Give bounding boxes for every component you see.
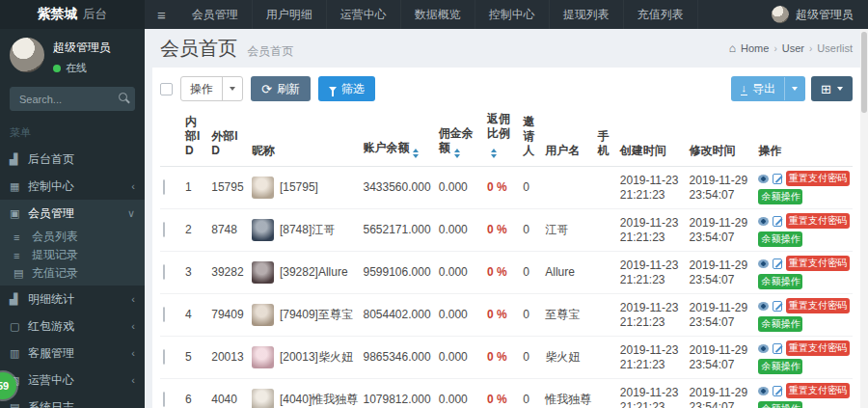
cell-phone — [595, 209, 617, 252]
topnav-item-user-details[interactable]: 用户明细 — [253, 0, 327, 29]
view-icon[interactable] — [758, 302, 769, 311]
col-phone: 手机 — [595, 108, 617, 167]
view-icon[interactable] — [758, 175, 769, 183]
breadcrumb-home[interactable]: Home — [741, 42, 769, 54]
sidebar-toggle-button[interactable]: ≡ — [145, 0, 178, 29]
view-icon[interactable] — [758, 387, 769, 395]
cell-balance: 9865346.000 — [360, 337, 435, 379]
sidebar-item-customer-service[interactable]: ▥ 客服管理 ‹ — [0, 340, 145, 367]
reset-payment-password-button[interactable]: 重置支付密码 — [786, 383, 850, 398]
topnav-item-control-center[interactable]: 控制中心 — [475, 0, 550, 29]
cell-inner-id: 2 — [182, 209, 208, 252]
action-dropdown-button[interactable]: 操作 — [180, 76, 243, 101]
row-checkbox[interactable] — [163, 264, 165, 280]
sidebar-subitem-member-list[interactable]: ≡ 会员列表 — [0, 228, 145, 246]
cell-inner-id: 3 — [182, 252, 208, 294]
sidebar-subitem-recharge-records[interactable]: ▤ 充值记录 — [0, 264, 145, 283]
reset-payment-password-button[interactable]: 重置支付密码 — [786, 340, 850, 356]
topnav-item-recharge-list[interactable]: 充值列表 — [624, 0, 698, 29]
cell-inner-id: 6 — [182, 379, 208, 408]
select-all-checkbox[interactable] — [160, 83, 173, 95]
sidebar-subitem-withdraw-records[interactable]: ≡ 提现记录 — [0, 246, 145, 264]
topnav-user-menu[interactable]: 超级管理员 — [757, 0, 868, 29]
cell-actions: 重置支付密码 余额操作 — [755, 294, 853, 337]
cell-inviter: 0 — [520, 252, 542, 294]
cell-ext-id: 8748 — [208, 209, 249, 252]
edit-icon[interactable] — [773, 343, 782, 354]
submenu-item-icon: ▤ — [14, 267, 32, 280]
sidebar-item-operation-center[interactable]: ▧ 运营中心 ‹ — [0, 367, 145, 394]
row-checkbox[interactable] — [163, 222, 165, 237]
cell-nickname: [20013]柴火妞 — [280, 350, 353, 364]
row-checkbox[interactable] — [163, 307, 165, 322]
topnav-item-withdraw-list[interactable]: 提现列表 — [550, 0, 624, 29]
cell-actions: 重置支付密码 余额操作 — [755, 252, 853, 294]
scrollbar-thumb[interactable] — [861, 32, 867, 113]
member-avatar — [252, 346, 274, 368]
row-checkbox[interactable] — [163, 349, 165, 365]
sidebar-item-dashboard[interactable]: ▟ 后台首页 — [0, 146, 145, 173]
reset-payment-password-button[interactable]: 重置支付密码 — [786, 213, 850, 229]
view-icon[interactable] — [758, 344, 769, 353]
col-commission-sortable[interactable]: 佣金余额 — [436, 108, 484, 167]
export-split-button[interactable]: ↓ 导出 — [731, 76, 806, 101]
col-balance-sortable[interactable]: 账户余额 — [360, 108, 435, 167]
breadcrumb-user[interactable]: User — [782, 42, 804, 54]
sidebar-item-member-management[interactable]: ▣ 会员管理 ∨ — [0, 200, 145, 227]
topnav-item-operation-center[interactable]: 运营中心 — [327, 0, 401, 29]
view-icon[interactable] — [758, 259, 769, 268]
view-icon[interactable] — [758, 217, 769, 226]
edit-icon[interactable] — [773, 258, 782, 269]
cell-created: 2019-11-23 21:21:23 — [617, 379, 687, 408]
edit-icon[interactable] — [773, 174, 782, 184]
col-rebate-sortable[interactable]: 返佣比例 — [484, 108, 520, 167]
cell-modified: 2019-11-29 23:54:07 — [687, 294, 756, 337]
reset-payment-password-button[interactable]: 重置支付密码 — [786, 298, 850, 313]
chevron-down-icon: ∨ — [127, 207, 135, 220]
balance-operation-button[interactable]: 余额操作 — [758, 231, 802, 247]
cell-username: 惟我独尊 — [542, 379, 595, 408]
refresh-button[interactable]: ⟳ 刷新 — [251, 76, 311, 101]
sidebar-submenu: ≡ 会员列表 ≡ 提现记录 ▤ 充值记录 — [0, 227, 145, 286]
balance-operation-button[interactable]: 余额操作 — [758, 359, 802, 374]
search-icon[interactable] — [119, 93, 127, 101]
reset-payment-password-button[interactable]: 重置支付密码 — [786, 256, 850, 271]
balance-operation-button[interactable]: 余额操作 — [758, 401, 802, 408]
cell-rebate: 0 % — [484, 209, 520, 252]
caret-down-icon[interactable] — [784, 77, 804, 100]
cell-balance: 9599106.000 — [360, 252, 435, 294]
col-inner-id: 内部ID — [182, 108, 208, 167]
brand-logo[interactable]: 紫禁城 后台 — [0, 0, 145, 29]
balance-operation-button[interactable]: 余额操作 — [758, 189, 802, 204]
cell-username: Allure — [542, 252, 595, 294]
cell-balance: 8054402.000 — [360, 294, 435, 337]
edit-icon[interactable] — [773, 386, 782, 396]
balance-operation-button[interactable]: 余额操作 — [758, 274, 802, 289]
row-checkbox[interactable] — [163, 179, 165, 195]
sort-icon — [454, 149, 460, 158]
row-checkbox[interactable] — [163, 392, 165, 407]
sidebar-item-redpacket-games[interactable]: ▢ 红包游戏 ‹ — [0, 313, 145, 340]
cell-created: 2019-11-23 21:21:23 — [617, 209, 687, 252]
filter-button[interactable]: 筛选 — [318, 76, 375, 101]
topnav-item-data-overview[interactable]: 数据概览 — [401, 0, 475, 29]
sidebar-item-system-log[interactable]: ▤ 系统日志 — [0, 394, 145, 408]
caret-down-icon — [837, 87, 843, 91]
cell-created: 2019-11-23 21:21:23 — [617, 294, 687, 337]
scrollbar[interactable] — [860, 29, 868, 408]
balance-operation-button[interactable]: 余额操作 — [758, 316, 802, 332]
user-avatar-icon — [772, 6, 789, 23]
edit-icon[interactable] — [773, 216, 782, 227]
topnav-item-member-management[interactable]: 会员管理 — [178, 0, 253, 29]
cell-actions: 重置支付密码 余额操作 — [755, 337, 853, 379]
columns-toggle-button[interactable]: ⊞ — [811, 76, 853, 101]
edit-icon[interactable] — [773, 301, 782, 312]
sidebar-search-input[interactable] — [10, 87, 135, 111]
reset-payment-password-button[interactable]: 重置支付密码 — [786, 171, 850, 186]
cell-inner-id: 1 — [182, 167, 208, 209]
cell-rebate: 0 % — [484, 252, 520, 294]
sidebar-item-control-center[interactable]: ▦ 控制中心 ‹ — [0, 173, 145, 200]
sidebar-item-detail-stats[interactable]: ▟ 明细统计 ‹ — [0, 286, 145, 313]
cell-rebate: 0 % — [484, 167, 520, 209]
cell-phone — [595, 379, 617, 408]
